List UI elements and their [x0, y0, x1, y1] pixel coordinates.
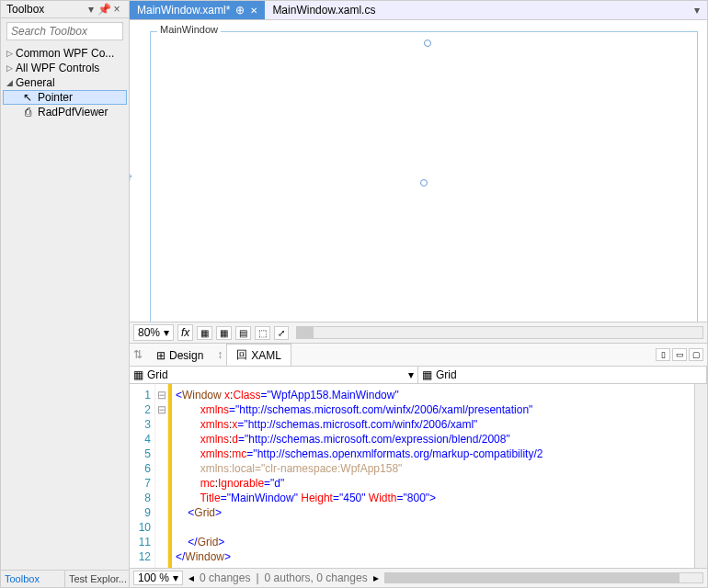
status-bar: 100 %▾ ◂ 0 changes | 0 authors, 0 change…: [130, 568, 707, 587]
designer-surface[interactable]: ℯ MainWindow: [130, 20, 707, 322]
design-window-frame[interactable]: [150, 31, 698, 322]
line-numbers: 123456789101112: [130, 384, 155, 568]
chevron-down-icon: ▾: [164, 326, 169, 339]
code-zoom-combo[interactable]: 100 %▾: [133, 571, 183, 585]
chevron-right-icon: ▷: [6, 63, 16, 73]
fold-gutter[interactable]: ⊟⊟: [155, 384, 168, 568]
zoom-combo[interactable]: 80%▾: [133, 324, 174, 341]
tab-test-explorer[interactable]: Test Explor...: [64, 571, 129, 587]
design-window-title: MainWindow: [157, 24, 221, 35]
design-icon: ⊞: [156, 349, 166, 362]
scrollbar-thumb[interactable]: [385, 573, 679, 582]
chevron-down-icon: ▾: [408, 368, 414, 381]
tab-mainwindow-xaml-cs[interactable]: MainWindow.xaml.cs: [265, 1, 383, 19]
toolbox-header: Toolbox ▾ 📌 ×: [1, 1, 129, 18]
fx-button[interactable]: fx: [177, 324, 193, 341]
toolbox-item-radpdfviewer[interactable]: ⎙RadPdfViewer: [3, 105, 127, 119]
split-vertical-button[interactable]: ▯: [656, 348, 670, 361]
toolbox-node-common-wpf[interactable]: ▷Common WPF Co...: [3, 46, 127, 61]
xaml-icon: 回: [236, 347, 247, 363]
toolbox-item-pointer[interactable]: ↖Pointer: [3, 90, 127, 105]
grid-icon: ▦: [422, 368, 432, 381]
swap-panes-icon[interactable]: ⇅: [130, 348, 146, 361]
resize-handle-top[interactable]: [424, 40, 431, 47]
tab-mainwindow-xaml[interactable]: MainWindow.xaml*⊕✕: [130, 1, 265, 19]
resize-handle-left[interactable]: ℯ: [130, 171, 141, 186]
pointer-icon: ↖: [21, 91, 34, 104]
code-hscroll[interactable]: [384, 572, 703, 583]
toolbox-search-input[interactable]: [6, 22, 123, 40]
toolbox-bottom-tabs: Toolbox Test Explor...: [1, 570, 129, 587]
toolbox-node-all-wpf[interactable]: ▷All WPF Controls: [3, 61, 127, 75]
main-area: MainWindow.xaml*⊕✕ MainWindow.xaml.cs ▾ …: [130, 1, 707, 587]
expand-pane-button[interactable]: ▢: [689, 348, 703, 361]
collapse-icon[interactable]: ↕: [213, 348, 226, 361]
pin-tab-icon[interactable]: ⊕: [235, 4, 245, 17]
toolbox-panel: Toolbox ▾ 📌 × ▷Common WPF Co... ▷All WPF…: [1, 1, 130, 587]
designer-hscroll[interactable]: [296, 326, 703, 339]
close-icon[interactable]: ×: [110, 3, 123, 16]
toolbox-tree: ▷Common WPF Co... ▷All WPF Controls ◢Gen…: [1, 44, 129, 570]
tools-button[interactable]: ⤢: [274, 326, 289, 340]
code-text[interactable]: <Window x:Class="WpfApp158.MainWindow" x…: [172, 384, 694, 568]
code-editor[interactable]: 123456789101112 ⊟⊟ <Window x:Class="WpfA…: [130, 384, 707, 568]
grid-icon: ▦: [133, 368, 143, 381]
grid-snap-button[interactable]: ▦: [197, 326, 212, 340]
designer-toolbar: 80%▾ fx ▦ ▦ ▤ ⬚ ⤢: [130, 322, 707, 344]
scrollbar-thumb[interactable]: [297, 327, 314, 338]
element-path-bar: ▦Grid▾ ▦Grid: [130, 367, 707, 384]
grid-snap-button-2[interactable]: ▦: [216, 326, 232, 340]
nav-back-icon[interactable]: ◂: [188, 571, 194, 584]
tabs-overflow-icon[interactable]: ▾: [687, 2, 707, 18]
center-marker-icon: [420, 179, 428, 187]
design-tab[interactable]: ⊞Design: [146, 345, 213, 365]
layout-button[interactable]: ⬚: [255, 326, 270, 340]
toolbox-title: Toolbox: [6, 3, 85, 16]
element-path-left[interactable]: ▦Grid▾: [130, 367, 418, 383]
xaml-tab[interactable]: 回XAML: [226, 344, 291, 366]
code-vscroll[interactable]: [694, 384, 707, 568]
chevron-down-icon: ◢: [6, 78, 16, 87]
chevron-right-icon: ▷: [6, 49, 16, 58]
pin-icon[interactable]: 📌: [97, 3, 110, 16]
design-xaml-split: ⇅ ⊞Design ↕ 回XAML ▯ ▭ ▢: [130, 344, 707, 367]
changes-indicator-2[interactable]: 0 authors, 0 changes: [265, 571, 368, 584]
close-tab-icon[interactable]: ✕: [250, 6, 257, 16]
chevron-down-icon: ▾: [173, 571, 178, 584]
element-path-right[interactable]: ▦Grid: [418, 367, 707, 383]
toolbox-dropdown-icon[interactable]: ▾: [85, 3, 97, 16]
nav-forward-icon[interactable]: ▸: [373, 571, 379, 584]
snap-lines-button[interactable]: ▤: [235, 326, 251, 340]
toolbox-node-general[interactable]: ◢General: [3, 75, 127, 90]
tab-toolbox[interactable]: Toolbox: [1, 571, 64, 587]
split-horizontal-button[interactable]: ▭: [672, 348, 687, 361]
changes-indicator-1[interactable]: 0 changes: [200, 571, 250, 584]
document-tabs: MainWindow.xaml*⊕✕ MainWindow.xaml.cs ▾: [130, 1, 707, 20]
pdf-icon: ⎙: [21, 106, 34, 119]
